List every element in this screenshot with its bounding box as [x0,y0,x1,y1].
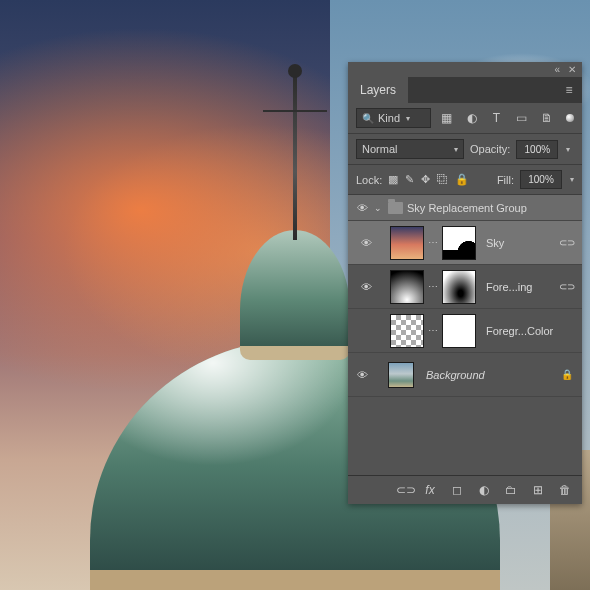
layer-background-row[interactable]: 👁 Background 🔒 [348,353,582,397]
layer-group-row[interactable]: 👁 ⌄ Sky Replacement Group [348,195,582,221]
new-group-icon[interactable]: 🗀 [504,483,518,497]
chevron-down-icon[interactable]: ▾ [570,175,574,184]
mask-thumbnail[interactable] [442,226,476,260]
layer-foreground-lighting-row[interactable]: 👁 ⋯ Fore...ing ⊂⊃ [348,265,582,309]
panel-menu-icon[interactable]: ≡ [556,83,582,97]
adjustment-layer-icon[interactable]: ◐ [477,483,491,497]
mask-thumbnail[interactable] [442,270,476,304]
visibility-icon[interactable]: 👁 [354,369,370,381]
visibility-icon[interactable]: 👁 [358,281,374,293]
blend-mode-dropdown[interactable]: Normal ▾ [356,139,464,159]
add-mask-icon[interactable]: ◻ [450,483,464,497]
lock-artboard-icon[interactable]: ⿻ [437,173,448,186]
blend-mode-value: Normal [362,143,397,155]
tab-layers[interactable]: Layers [348,77,408,103]
link-layers-icon[interactable]: ⊂⊃ [396,483,410,497]
visibility-icon[interactable]: 👁 [354,202,370,214]
link-icon[interactable]: ⊂⊃ [558,237,576,248]
layer-name: Sky Replacement Group [407,202,576,214]
fill-input[interactable]: 100% [520,170,562,189]
new-layer-icon[interactable]: ⊞ [531,483,545,497]
filter-row: 🔍 Kind ▾ ▦ ◐ T ▭ 🗎 [348,103,582,134]
expand-caret-icon[interactable]: ⌄ [374,203,384,213]
mask-thumbnail[interactable] [442,314,476,348]
chevron-down-icon: ▾ [454,145,458,154]
layer-thumbnail[interactable] [390,226,424,260]
filter-smart-icon[interactable]: 🗎 [539,111,554,125]
filter-kind-dropdown[interactable]: 🔍 Kind ▾ [356,108,431,128]
layer-foreground-color-row[interactable]: 👁 ⋯ Foregr...Color [348,309,582,353]
visibility-icon[interactable]: 👁 [358,325,374,337]
lock-pixels-icon[interactable]: ✎ [405,173,414,186]
blend-row: Normal ▾ Opacity: 100% ▾ [348,134,582,165]
chevron-down-icon: ▾ [406,114,410,123]
close-icon[interactable]: ✕ [568,64,576,75]
filter-pixel-icon[interactable]: ▦ [439,111,454,125]
layer-name: Foregr...Color [486,325,576,337]
lock-icons-group: ▩ ✎ ✥ ⿻ 🔒 [388,173,469,186]
link-icon[interactable]: ⊂⊃ [558,281,576,292]
layer-name: Fore...ing [486,281,554,293]
fx-icon[interactable]: fx [423,483,437,497]
visibility-icon[interactable]: 👁 [358,237,374,249]
lock-icon[interactable]: 🔒 [558,369,576,380]
filter-toggle-icon[interactable] [566,114,574,122]
layers-list: 👁 ⌄ Sky Replacement Group 👁 ⋯ Sky ⊂⊃ 👁 ⋯… [348,195,582,476]
layer-thumbnail[interactable] [388,362,414,388]
delete-layer-icon[interactable]: 🗑 [558,483,572,497]
collapse-icon[interactable]: « [554,64,560,75]
lock-row: Lock: ▩ ✎ ✥ ⿻ 🔒 Fill: 100% ▾ [348,165,582,195]
dome-spire [293,70,297,240]
folder-icon [388,202,403,214]
layer-thumbnail[interactable] [390,314,424,348]
filter-kind-label: Kind [378,112,400,124]
lock-position-icon[interactable]: ✥ [421,173,430,186]
panel-tabs: Layers ≡ [348,77,582,103]
filter-type-icon[interactable]: T [489,111,504,125]
filter-adjustment-icon[interactable]: ◐ [464,111,479,125]
filter-type-icons: ▦ ◐ T ▭ 🗎 [437,111,556,125]
layer-thumbnail[interactable] [390,270,424,304]
layer-name: Sky [486,237,554,249]
fill-label: Fill: [497,174,514,186]
panel-footer: ⊂⊃ fx ◻ ◐ 🗀 ⊞ 🗑 [348,476,582,504]
lock-all-icon[interactable]: 🔒 [455,173,469,186]
lock-label: Lock: [356,174,382,186]
panel-titlebar[interactable]: « ✕ [348,62,582,77]
layer-name: Background [426,369,554,381]
layers-panel: « ✕ Layers ≡ 🔍 Kind ▾ ▦ ◐ T ▭ 🗎 Normal ▾… [348,62,582,504]
chevron-down-icon[interactable]: ▾ [566,145,570,154]
mask-link-icon[interactable]: ⋯ [428,325,438,336]
layer-sky-row[interactable]: 👁 ⋯ Sky ⊂⊃ [348,221,582,265]
opacity-input[interactable]: 100% [516,140,558,159]
lock-transparency-icon[interactable]: ▩ [388,173,398,186]
opacity-label: Opacity: [470,143,510,155]
filter-shape-icon[interactable]: ▭ [514,111,529,125]
mask-link-icon[interactable]: ⋯ [428,281,438,292]
mask-link-icon[interactable]: ⋯ [428,237,438,248]
